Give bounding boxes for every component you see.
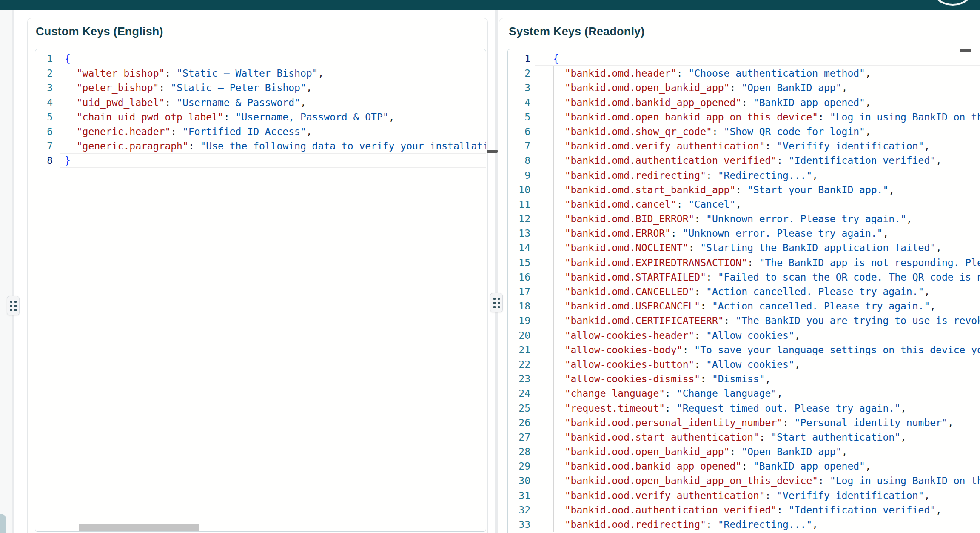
code-line[interactable]: 8} (35, 153, 486, 168)
json-value: "Redirecting..." (718, 170, 812, 181)
line-number: 10 (508, 183, 530, 197)
grip-dot (498, 306, 500, 308)
left-splitter-drag-handle[interactable] (7, 296, 20, 315)
code-line[interactable]: 25 "request.timeout": "Request timed out… (508, 401, 980, 416)
code-line[interactable]: 5 "bankid.omd.open_bankid_app_on_this_de… (508, 110, 980, 124)
code-line[interactable]: 6 "generic.header": "Fortified ID Access… (35, 124, 486, 139)
json-key: "walter_bishop" (77, 68, 165, 79)
json-key: "allow-cookies-header" (565, 330, 695, 341)
code-token (553, 490, 565, 501)
code-token (553, 213, 565, 224)
line-number: 8 (508, 153, 530, 168)
code-line[interactable]: 16 "bankid.omd.STARTFAILED": "Failed to … (508, 270, 980, 284)
code-line[interactable]: 33 "bankid.ood.redirecting": "Redirectin… (508, 517, 980, 532)
code-line[interactable]: 29 "bankid.ood.bankid_app_opened": "Bank… (508, 459, 980, 473)
json-key: "bankid.omd.authentication_verified" (565, 155, 777, 166)
code-line[interactable]: 28 "bankid.ood.open_bankid_app": "Open B… (508, 444, 980, 459)
code-token: , (930, 301, 936, 312)
code-token: : (700, 301, 712, 312)
code-line[interactable]: 4 "uid_pwd_label": "Username & Password"… (35, 95, 486, 110)
json-value: "To save your language settings on this … (694, 344, 980, 355)
code-line[interactable]: 3 "bankid.omd.open_bankid_app": "Open Ba… (508, 80, 980, 95)
json-key: "bankid.ood.start_authentication" (565, 432, 759, 443)
code-line[interactable]: 26 "bankid.ood.personal_identity_number"… (508, 416, 980, 430)
line-number: 23 (508, 372, 530, 386)
code-token (553, 403, 565, 414)
code-token: : (665, 403, 677, 414)
code-text: "bankid.omd.show_qr_code": "Show QR code… (530, 124, 871, 139)
json-key: "bankid.omd.show_qr_code" (565, 126, 712, 137)
json-value: "Username & Password" (177, 97, 300, 108)
code-line[interactable]: 10 "bankid.omd.start_bankid_app": "Start… (508, 183, 980, 197)
code-line[interactable]: 1{ (508, 52, 980, 66)
scrollbar-slider[interactable] (960, 49, 971, 52)
code-token: : (677, 68, 689, 79)
code-token: , (795, 330, 801, 341)
code-line[interactable]: 3 "peter_bishop": "Static – Peter Bishop… (35, 80, 486, 95)
line-number: 15 (508, 255, 530, 270)
code-line[interactable]: 7 "generic.paragraph": "Use the followin… (35, 139, 486, 153)
code-token (553, 461, 565, 472)
code-line[interactable]: 5 "chain_uid_pwd_otp_label": "Username, … (35, 110, 486, 124)
code-line[interactable]: 2 "bankid.omd.header": "Choose authentic… (508, 66, 980, 80)
code-line[interactable]: 7 "bankid.omd.verify_authentication": "V… (508, 139, 980, 153)
panel-splitter-drag-handle[interactable] (490, 293, 503, 312)
code-token: : (689, 242, 701, 253)
code-line[interactable]: 13 "bankid.omd.ERROR": "Unknown error. P… (508, 226, 980, 241)
code-token: , (900, 403, 906, 414)
code-line[interactable]: 9 "bankid.omd.redirecting": "Redirecting… (508, 168, 980, 183)
json-value: "Allow cookies" (706, 330, 795, 341)
code-line[interactable]: 4 "bankid.omd.bankid_app_opened": "BankI… (508, 95, 980, 110)
json-value: "The BankID app is not responding. Pleas… (759, 257, 980, 268)
code-line[interactable]: 32 "bankid.ood.authentication_verified":… (508, 503, 980, 517)
code-token: : (706, 272, 718, 283)
json-key: "bankid.omd.EXPIREDTRANSACTION" (565, 257, 747, 268)
code-line[interactable]: 14 "bankid.omd.NOCLIENT": "Starting the … (508, 241, 980, 255)
custom-keys-editor[interactable]: 1{2 "walter_bishop": "Static – Walter Bi… (35, 49, 486, 532)
code-text: "allow-cookies-header": "Allow cookies", (530, 328, 801, 343)
code-line[interactable]: 31 "bankid.ood.verify_authentication": "… (508, 488, 980, 503)
code-line[interactable]: 11 "bankid.omd.cancel": "Cancel", (508, 197, 980, 212)
line-number: 24 (508, 386, 530, 401)
code-line[interactable]: 21 "allow-cookies-body": "To save your l… (508, 343, 980, 357)
code-line[interactable]: 2 "walter_bishop": "Static – Walter Bish… (35, 66, 486, 80)
code-token: , (842, 82, 848, 93)
code-token (553, 286, 565, 297)
json-key: "allow-cookies-dismiss" (565, 373, 701, 384)
corner-widget-button[interactable] (0, 514, 6, 533)
json-key: "chain_uid_pwd_otp_label" (77, 112, 224, 123)
code-token: : (724, 315, 736, 326)
code-text: "request.timeout": "Request timed out. P… (530, 401, 906, 416)
code-line[interactable]: 17 "bankid.omd.CANCELLED": "Action cance… (508, 284, 980, 299)
json-key: "peter_bishop" (77, 82, 159, 93)
code-line[interactable]: 15 "bankid.omd.EXPIREDTRANSACTION": "The… (508, 255, 980, 270)
code-line[interactable]: 23 "allow-cookies-dismiss": "Dismiss", (508, 372, 980, 386)
left-splitter-bar[interactable] (12, 10, 14, 533)
panel-splitter-bar[interactable] (495, 10, 498, 533)
code-line[interactable]: 24 "change_language": "Change language", (508, 386, 980, 401)
code-line[interactable]: 30 "bankid.ood.open_bankid_app_on_this_d… (508, 473, 980, 488)
json-value: "Log in using BankID on this device" (830, 112, 980, 123)
code-line[interactable]: 18 "bankid.omd.USERCANCEL": "Action canc… (508, 299, 980, 313)
code-line[interactable]: 22 "allow-cookies-button": "Allow cookie… (508, 357, 980, 372)
grip-dot (493, 298, 496, 300)
system-keys-editor[interactable]: 1{2 "bankid.omd.header": "Choose authent… (507, 49, 980, 533)
code-line[interactable]: 1{ (35, 52, 486, 66)
json-key: "bankid.omd.STARTFAILED" (565, 272, 706, 283)
code-token: , (924, 286, 930, 297)
scrollbar-slider[interactable] (487, 150, 498, 153)
code-line[interactable]: 27 "bankid.ood.start_authentication": "S… (508, 430, 980, 444)
code-text: "bankid.omd.NOCLIENT": "Starting the Ban… (530, 241, 942, 255)
code-line[interactable]: 20 "allow-cookies-header": "Allow cookie… (508, 328, 980, 343)
code-lines: 1{2 "walter_bishop": "Static – Walter Bi… (35, 49, 486, 168)
code-line[interactable]: 6 "bankid.omd.show_qr_code": "Show QR co… (508, 124, 980, 139)
code-token: , (865, 68, 871, 79)
horizontal-scrollbar-slider[interactable] (79, 524, 199, 532)
code-line[interactable]: 19 "bankid.omd.CERTIFICATEERR": "The Ban… (508, 313, 980, 328)
code-line[interactable]: 12 "bankid.omd.BID_ERROR": "Unknown erro… (508, 212, 980, 226)
code-token (65, 126, 77, 137)
avatar-circle[interactable] (928, 0, 978, 6)
code-text: "bankid.omd.verify_authentication": "Ver… (530, 139, 930, 153)
code-line[interactable]: 8 "bankid.omd.authentication_verified": … (508, 153, 980, 168)
json-value: "Cancel" (689, 199, 736, 210)
